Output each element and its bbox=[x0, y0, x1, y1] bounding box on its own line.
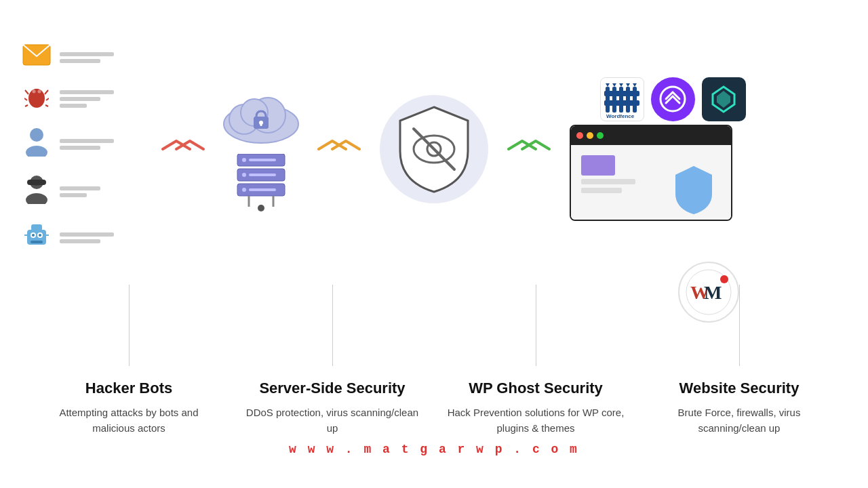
server-stack bbox=[234, 154, 288, 211]
bug-lines bbox=[60, 90, 114, 108]
logos-row: Wordfence bbox=[556, 77, 746, 121]
svg-point-12 bbox=[26, 146, 47, 157]
line2 bbox=[60, 146, 100, 150]
browser-window bbox=[570, 125, 732, 221]
line1 bbox=[60, 52, 114, 56]
svg-line-7 bbox=[25, 105, 28, 106]
wp-ghost-desc: Hack Prevention solutions for WP core, p… bbox=[444, 405, 627, 436]
website-url: w w w . m a t g a r w p . c o m bbox=[27, 436, 841, 460]
line1 bbox=[60, 139, 114, 143]
line3 bbox=[60, 104, 87, 108]
svg-rect-52 bbox=[633, 87, 637, 113]
browser-body bbox=[571, 145, 731, 220]
robot-lines bbox=[60, 232, 114, 243]
server-cloud-section bbox=[210, 87, 312, 211]
text-columns: Hacker Bots Attempting attacks by bots a… bbox=[27, 380, 841, 436]
top-area: Wordfence bbox=[0, 0, 868, 285]
browser-titlebar bbox=[571, 126, 731, 145]
svg-marker-58 bbox=[626, 83, 630, 87]
server-security-title: Server-Side Security bbox=[241, 380, 424, 397]
email-icon bbox=[20, 44, 53, 71]
shield-bg bbox=[380, 95, 488, 203]
squirrly-logo bbox=[702, 77, 746, 121]
svg-line-5 bbox=[24, 98, 27, 100]
wordfence-logo: Wordfence bbox=[600, 77, 644, 121]
svg-point-20 bbox=[32, 234, 35, 237]
svg-point-61 bbox=[660, 87, 685, 111]
vertical-line-1 bbox=[129, 285, 130, 366]
svg-rect-32 bbox=[260, 123, 262, 126]
divider-col-4 bbox=[637, 285, 841, 366]
website-security-text: Website Security Brute Force, firewalls,… bbox=[637, 380, 841, 436]
maximize-dot bbox=[597, 132, 604, 139]
main-container: Wordfence bbox=[0, 0, 868, 488]
line1 bbox=[60, 90, 114, 94]
svg-text:M: M bbox=[704, 282, 722, 303]
robot-icon bbox=[20, 222, 53, 254]
divider-col-1 bbox=[27, 285, 231, 366]
vertical-line-3 bbox=[536, 285, 536, 366]
wp-ghost-text: WP Ghost Security Hack Prevention soluti… bbox=[434, 380, 637, 436]
svg-marker-55 bbox=[606, 83, 610, 87]
line1 bbox=[60, 186, 100, 190]
svg-text:Wordfence: Wordfence bbox=[606, 113, 635, 119]
svg-marker-57 bbox=[619, 83, 623, 87]
vertical-line-2 bbox=[332, 285, 333, 366]
ninja-lines bbox=[60, 186, 100, 197]
svg-point-11 bbox=[30, 128, 43, 142]
content-line-1 bbox=[581, 179, 635, 184]
server-security-text: Server-Side Security DDoS protection, vi… bbox=[231, 380, 434, 436]
line1 bbox=[60, 232, 114, 237]
svg-line-3 bbox=[25, 90, 28, 94]
cloud-with-lock bbox=[217, 87, 305, 147]
shield-section bbox=[366, 95, 502, 203]
content-block-1 bbox=[581, 155, 615, 176]
svg-marker-63 bbox=[717, 91, 730, 108]
hacker-bots-text: Hacker Bots Attempting attacks by bots a… bbox=[27, 380, 231, 436]
website-security-desc: Brute Force, firewalls, virus scanning/c… bbox=[648, 405, 831, 436]
line2 bbox=[60, 193, 87, 197]
svg-rect-35 bbox=[249, 159, 276, 161]
vertical-line-4 bbox=[739, 285, 740, 366]
svg-point-37 bbox=[242, 173, 246, 177]
svg-rect-48 bbox=[606, 87, 610, 113]
bug-icon-row bbox=[20, 83, 114, 115]
svg-point-10 bbox=[38, 90, 41, 94]
person-icon-row bbox=[20, 127, 114, 162]
green-arrow bbox=[502, 136, 556, 163]
hacker-bots-col bbox=[20, 44, 156, 254]
wm-logo: W M bbox=[678, 262, 739, 323]
server-security-desc: DDoS protection, virus scanning/clean up bbox=[241, 405, 424, 436]
website-security-title: Website Security bbox=[648, 380, 831, 397]
close-dot bbox=[576, 132, 583, 139]
svg-rect-18 bbox=[31, 224, 42, 231]
robot-icon-row bbox=[20, 222, 114, 254]
svg-point-9 bbox=[33, 90, 36, 94]
svg-rect-49 bbox=[612, 87, 616, 113]
svg-point-22 bbox=[39, 234, 41, 237]
ninja-icon bbox=[20, 174, 53, 209]
website-security-section: Wordfence bbox=[556, 77, 746, 221]
hacker-bots-title: Hacker Bots bbox=[37, 380, 220, 397]
svg-marker-56 bbox=[612, 83, 616, 87]
red-arrow bbox=[156, 136, 210, 163]
svg-line-8 bbox=[45, 105, 48, 106]
svg-rect-51 bbox=[626, 87, 630, 113]
bottom-section: Hacker Bots Attempting attacks by bots a… bbox=[0, 285, 868, 470]
svg-point-67 bbox=[720, 275, 728, 283]
content-line-2 bbox=[581, 188, 622, 193]
wp-ghost-title: WP Ghost Security bbox=[444, 380, 627, 397]
hacker-bots-desc: Attempting attacks by bots and malicious… bbox=[37, 405, 220, 436]
svg-point-40 bbox=[242, 188, 246, 192]
yellow-arrow bbox=[312, 136, 366, 163]
line2 bbox=[60, 97, 100, 101]
divider-col-2 bbox=[231, 285, 434, 366]
person-lines bbox=[60, 139, 114, 150]
svg-rect-41 bbox=[249, 188, 276, 191]
security-shield-in-browser bbox=[670, 163, 717, 220]
svg-rect-50 bbox=[619, 87, 623, 113]
svg-line-4 bbox=[45, 90, 48, 94]
ninja-icon-row bbox=[20, 174, 100, 209]
bug-icon bbox=[20, 83, 53, 115]
divider-col-3 bbox=[434, 285, 637, 366]
